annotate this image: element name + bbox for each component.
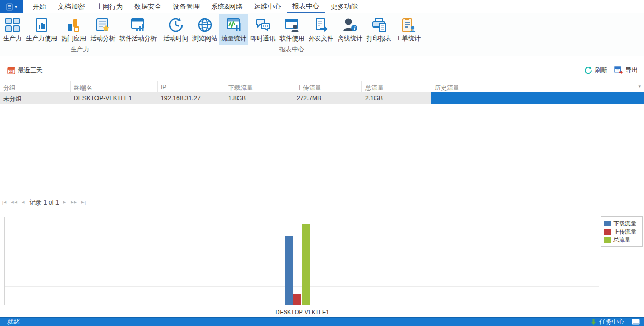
- status-bar: 就绪 任务中心: [0, 317, 644, 326]
- tab-data-security[interactable]: 数据安全: [129, 0, 167, 13]
- ribbon-item-software-usage[interactable]: 软件使用: [277, 14, 306, 45]
- ribbon-item-print-reports[interactable]: 打印报表: [365, 14, 394, 45]
- cell-download: 1.8GB: [225, 92, 293, 104]
- ribbon-item-productivity[interactable]: 生产力: [1, 14, 24, 45]
- column-header-history[interactable]: 历史流量 ▾: [431, 82, 644, 92]
- legend-item-upload: 上传流量: [604, 227, 640, 236]
- table-row[interactable]: 未分组 DESKTOP-VLKTLE1 192.168.31.27 1.8GB …: [0, 92, 644, 104]
- status-ready-label: 就绪: [7, 318, 20, 326]
- globe-icon: [197, 16, 213, 33]
- ribbon: 生产力 生产力使用 热门应用 活动分析: [0, 13, 644, 56]
- column-header-download[interactable]: 下载流量: [225, 82, 293, 92]
- window-user-icon: [284, 16, 300, 33]
- ribbon-item-work-order-statistics[interactable]: 工单统计: [394, 14, 423, 45]
- green-down-arrow-icon: [591, 319, 596, 325]
- window-chart-icon: [130, 16, 146, 33]
- chart-plot-area: [4, 217, 599, 305]
- legend-swatch-total: [604, 237, 611, 243]
- table-header-row: 分组 终端名 IP 下载流量 上传流量 总流量 历史流量 ▾: [0, 81, 644, 92]
- ribbon-item-instant-messaging[interactable]: 即时通讯: [248, 14, 277, 45]
- pager-next-icon[interactable]: ▶: [63, 200, 66, 205]
- tab-report-center[interactable]: 报表中心: [287, 0, 325, 13]
- cell-group: 未分组: [0, 92, 71, 104]
- user-info-icon: i: [342, 16, 358, 33]
- printer-icon: [371, 16, 387, 33]
- legend-item-total: 总流量: [604, 236, 640, 244]
- view-toolbar: 23 最近三天 刷新 导出: [7, 62, 638, 78]
- calendar-icon: 23: [7, 66, 15, 74]
- bar-total[interactable]: [302, 224, 310, 305]
- chat-bubbles-icon: [255, 16, 271, 33]
- ribbon-item-browse-websites[interactable]: 浏览网站: [190, 14, 219, 45]
- bar-download[interactable]: [285, 236, 293, 305]
- file-export-icon: [313, 16, 329, 33]
- ribbon-item-traffic-statistics[interactable]: 流量统计: [219, 14, 248, 45]
- pager-fast-next-icon[interactable]: ▶▶: [71, 200, 77, 205]
- tab-start[interactable]: 开始: [27, 0, 52, 13]
- bar-chart-icon: [66, 16, 81, 33]
- svg-text:23: 23: [9, 70, 13, 73]
- ribbon-item-productivity-usage[interactable]: 生产力使用: [24, 14, 59, 45]
- pager-first-icon[interactable]: |◀: [2, 200, 7, 205]
- ribbon-item-activity-analysis[interactable]: 活动分析: [88, 14, 117, 45]
- group-label-report-center: 报表中心: [161, 45, 423, 57]
- grid-tiles-icon: [5, 16, 20, 33]
- column-header-terminal[interactable]: 终端名: [71, 82, 158, 92]
- x-axis-label: DESKTOP-VLKTLE1: [259, 309, 346, 315]
- export-button[interactable]: 导出: [614, 66, 638, 75]
- cell-history-bar: [431, 92, 644, 104]
- tab-doc-encryption[interactable]: 文档加密: [52, 0, 90, 13]
- traffic-chart-icon: [226, 16, 242, 33]
- column-header-group[interactable]: 分组: [0, 82, 71, 92]
- tab-system-network[interactable]: 系统&网络: [205, 0, 248, 13]
- message-window-icon[interactable]: [632, 319, 640, 325]
- app-menu-icon: [6, 3, 13, 11]
- pager-prev-icon[interactable]: ◀: [22, 200, 25, 205]
- ribbon-group-report-center: 活动时间 浏览网站 流量统计 即时通讯: [161, 13, 423, 56]
- pager-record-label: 记录 1 of 1: [29, 198, 59, 207]
- traffic-bar-chart: DESKTOP-VLKTLE1 下载流量 上传流量 总流量: [0, 210, 644, 319]
- ribbon-item-outgoing-files[interactable]: 外发文件: [306, 14, 335, 45]
- clipboard-user-icon: [400, 16, 416, 33]
- cell-upload: 272.7MB: [293, 92, 362, 104]
- column-header-ip[interactable]: IP: [158, 82, 225, 92]
- bar-upload[interactable]: [293, 294, 301, 305]
- ribbon-item-software-activity-analysis[interactable]: 软件活动分析: [117, 14, 159, 45]
- task-center-button[interactable]: 任务中心: [591, 318, 640, 326]
- app-menu-caret-icon: ▾: [15, 5, 17, 9]
- bar-group: [285, 224, 310, 305]
- ribbon-group-productivity: 生产力 生产力使用 热门应用 活动分析: [1, 13, 159, 56]
- tab-ops-center[interactable]: 运维中心: [248, 0, 287, 13]
- ribbon-item-popular-apps[interactable]: 热门应用: [59, 14, 88, 45]
- tab-internet-behavior[interactable]: 上网行为: [90, 0, 129, 13]
- tab-more-features[interactable]: 更多功能: [325, 0, 363, 13]
- ribbon-item-activity-time[interactable]: 活动时间: [161, 14, 190, 45]
- history-clock-icon: [168, 16, 184, 33]
- export-icon: [614, 66, 623, 74]
- column-header-upload[interactable]: 上传流量: [293, 82, 362, 92]
- cell-total: 2.1GB: [362, 92, 431, 104]
- column-header-total[interactable]: 总流量: [362, 82, 431, 92]
- chart-legend: 下载流量 上传流量 总流量: [601, 216, 643, 247]
- pager-last-icon[interactable]: ▶|: [81, 200, 86, 205]
- legend-item-download: 下载流量: [604, 219, 640, 227]
- record-pager: |◀ ◀◀ ◀ 记录 1 of 1 ▶ ▶▶ ▶|: [2, 198, 86, 207]
- traffic-table: 分组 终端名 IP 下载流量 上传流量 总流量 历史流量 ▾ 未分组 DESKT…: [0, 81, 644, 104]
- ribbon-item-offline-statistics[interactable]: i 离线统计: [335, 14, 365, 45]
- ribbon-tab-bar: ▾ 开始 文档加密 上网行为 数据安全 设备管理 系统&网络 运维中心 报表中心…: [0, 0, 644, 13]
- document-bars-icon: [34, 16, 49, 33]
- ribbon-separator: [424, 16, 424, 52]
- pager-fast-prev-icon[interactable]: ◀◀: [11, 200, 18, 205]
- cell-ip: 192.168.31.27: [158, 92, 225, 104]
- refresh-icon: [584, 66, 592, 74]
- document-star-icon: [95, 16, 110, 33]
- refresh-button[interactable]: 刷新: [584, 66, 607, 75]
- date-range-button[interactable]: 23 最近三天: [7, 66, 43, 75]
- column-options-icon[interactable]: ▾: [638, 84, 641, 89]
- ribbon-separator: [160, 16, 160, 52]
- legend-swatch-upload: [604, 229, 611, 235]
- app-menu-button[interactable]: ▾: [0, 0, 23, 13]
- cell-terminal: DESKTOP-VLKTLE1: [71, 92, 158, 104]
- tab-device-management[interactable]: 设备管理: [167, 0, 205, 13]
- legend-swatch-download: [604, 221, 611, 226]
